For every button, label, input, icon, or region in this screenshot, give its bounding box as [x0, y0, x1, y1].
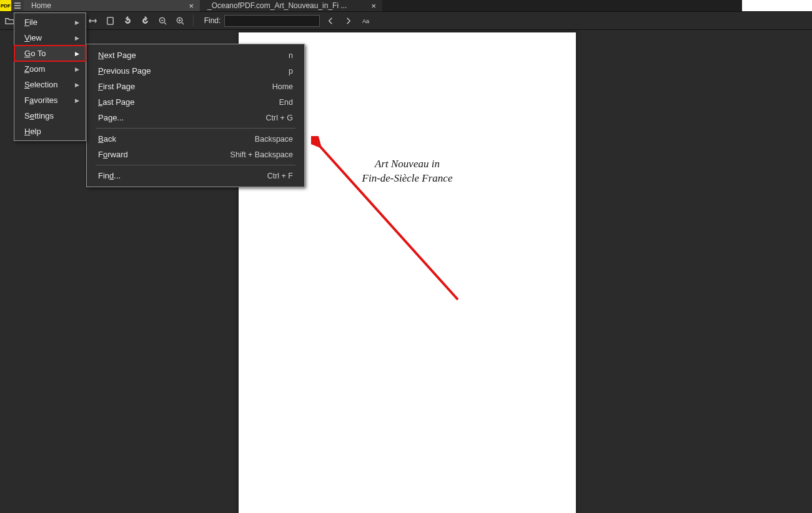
app-icon: PDF: [0, 0, 11, 11]
chevron-right-icon: ▶: [75, 82, 79, 88]
menu-file[interactable]: File▶: [14, 14, 86, 30]
shortcut-label: Ctrl + G: [266, 114, 293, 122]
find-next-button[interactable]: [341, 14, 355, 27]
open-folder-icon: [5, 16, 14, 26]
zoom-out-button[interactable]: [156, 14, 170, 27]
hamburger-icon: [14, 2, 21, 9]
page-title-line2: Fin-de-Siècle France: [362, 172, 453, 184]
fit-width-button[interactable]: [86, 14, 100, 27]
chevron-left-icon: [326, 16, 335, 26]
chevron-right-icon: ▶: [75, 66, 79, 72]
main-menu: File▶ View▶ Go To▶ Zoom▶ Selection▶ Favo…: [14, 12, 86, 141]
chevron-right-icon: ▶: [75, 51, 79, 57]
match-case-button[interactable]: Aa: [359, 14, 372, 27]
submenu-back[interactable]: Back Backspace: [87, 131, 304, 147]
fit-width-icon: [88, 16, 97, 26]
find-input[interactable]: [224, 15, 320, 27]
tab-home-label: Home: [31, 1, 51, 10]
shortcut-label: Shift + Backspace: [230, 150, 293, 159]
page-title-line1: Art Nouveau in: [375, 158, 440, 170]
find-label: Find:: [204, 16, 221, 25]
menu-separator: [96, 128, 295, 129]
shortcut-label: Home: [272, 82, 293, 91]
menu-settings[interactable]: Settings: [14, 108, 86, 124]
window-blank-region: [742, 0, 812, 11]
shortcut-label: End: [279, 98, 293, 107]
tab-home[interactable]: Home ×: [24, 0, 200, 11]
submenu-page[interactable]: Page... Ctrl + G: [87, 110, 304, 125]
zoom-in-icon: [176, 16, 185, 26]
hamburger-menu-button[interactable]: [11, 0, 24, 11]
chevron-right-icon: ▶: [75, 35, 79, 41]
shortcut-label: Ctrl + F: [267, 172, 293, 180]
chevron-right-icon: [344, 16, 353, 26]
submenu-previous-page[interactable]: Previous Page p: [87, 63, 304, 79]
menu-goto[interactable]: Go To▶: [14, 46, 86, 61]
submenu-find[interactable]: Find... Ctrl + F: [87, 168, 304, 183]
submenu-last-page[interactable]: Last Page End: [87, 94, 304, 110]
zoom-in-button[interactable]: [174, 14, 187, 27]
tab-document-label: _OceanofPDF.com_Art_Nouveau_in_Fi ...: [207, 1, 347, 10]
shortcut-label: n: [289, 51, 293, 60]
close-icon[interactable]: ×: [182, 1, 194, 11]
submenu-forward[interactable]: Forward Shift + Backspace: [87, 147, 304, 162]
svg-text:Aa: Aa: [362, 18, 370, 24]
fit-page-button[interactable]: [104, 14, 117, 27]
chevron-right-icon: ▶: [75, 97, 79, 104]
rotate-right-icon: [141, 16, 150, 26]
goto-submenu: Next Page n Previous Page p First Page H…: [86, 44, 305, 187]
toolbar: / 444 Find: Aa: [0, 11, 812, 30]
rotate-right-button[interactable]: [139, 14, 152, 27]
shortcut-label: p: [289, 67, 293, 76]
rotate-left-icon: [123, 16, 132, 26]
chevron-right-icon: ▶: [75, 19, 79, 26]
tab-document[interactable]: _OceanofPDF.com_Art_Nouveau_in_Fi ... ×: [200, 0, 382, 11]
zoom-out-icon: [158, 16, 167, 26]
menu-zoom[interactable]: Zoom▶: [14, 61, 86, 77]
fit-page-icon: [106, 16, 115, 26]
menu-selection[interactable]: Selection▶: [14, 77, 86, 92]
close-icon[interactable]: ×: [365, 1, 376, 11]
submenu-first-page[interactable]: First Page Home: [87, 79, 304, 94]
svg-rect-0: [107, 17, 113, 24]
menu-favorites[interactable]: Favorites▶: [14, 92, 86, 108]
rotate-left-button[interactable]: [121, 14, 135, 27]
submenu-next-page[interactable]: Next Page n: [87, 47, 304, 63]
separator: [193, 15, 194, 26]
menu-separator: [96, 165, 295, 165]
shortcut-label: Backspace: [255, 135, 293, 144]
tab-strip: PDF Home × _OceanofPDF.com_Art_Nouveau_i…: [0, 0, 812, 11]
menu-help[interactable]: Help: [14, 124, 86, 139]
match-case-icon: Aa: [361, 16, 370, 26]
find-prev-button[interactable]: [324, 14, 337, 27]
menu-view[interactable]: View▶: [14, 30, 86, 46]
